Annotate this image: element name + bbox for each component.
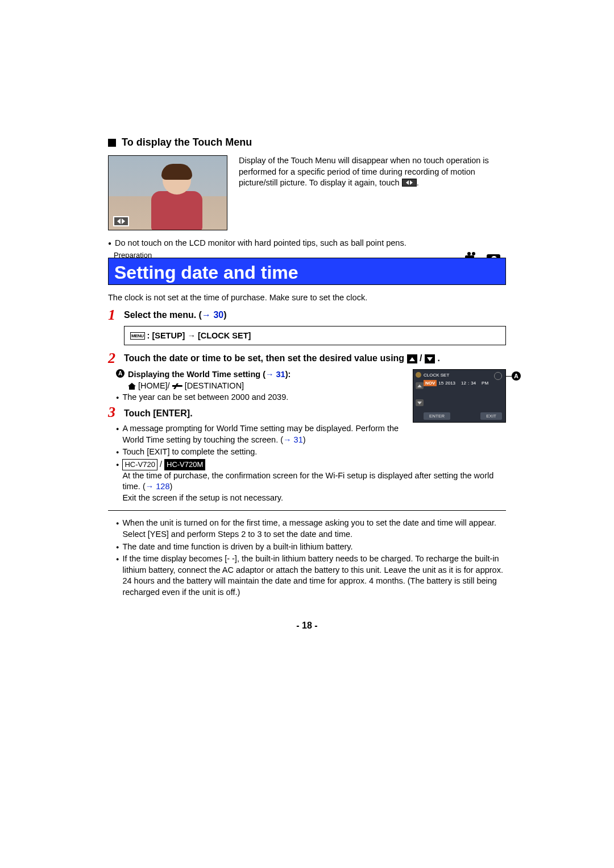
touch-menu-description: Display of the Touch Menu will disappear… (239, 155, 506, 230)
gear-icon (416, 372, 421, 378)
page-ref-31b[interactable]: → 31 (283, 435, 303, 444)
step-2-number: 2 (108, 351, 119, 366)
down-arrow-icon (425, 354, 435, 363)
home-icon (128, 383, 136, 390)
touch-menu-handle-inline-icon (402, 179, 417, 187)
chapter-title: Setting date and time (114, 262, 500, 283)
step-3-number: 3 (108, 405, 119, 420)
screen-title: CLOCK SET (424, 373, 449, 378)
callout-a-marker: A (512, 371, 521, 381)
page-ref-30[interactable]: → 30 (202, 310, 223, 320)
menu-badge: MENU (130, 332, 145, 340)
screen-down-arrow (416, 399, 424, 406)
heading-text: To display the Touch Menu (122, 137, 252, 148)
model-badge-1: HC-V720 (122, 459, 157, 470)
lcd-warning: Do not touch on the LCD monitor with har… (108, 238, 506, 247)
up-arrow-icon (407, 354, 417, 363)
options-ring-icon (494, 372, 502, 380)
step-1-number: 1 (108, 308, 119, 323)
step-3-text: Touch [ENTER]. (124, 405, 193, 420)
year-range-note: The year can be set between 2000 and 203… (116, 392, 404, 403)
screen-up-arrow (416, 382, 424, 389)
touch-menu-handle-icon (113, 216, 129, 226)
model-wifi-note: HC-V720 / HC-V720M At the time of purcha… (116, 459, 506, 504)
page-number: - 18 - (108, 621, 506, 631)
model-badge-2: HC-V720M (164, 459, 205, 470)
exit-note: Touch [EXIT] to complete the setting. (116, 447, 506, 458)
divider (108, 510, 506, 511)
first-boot-note: When the unit is turned on for the first… (116, 518, 506, 540)
step-2: 2 Touch the date or time to be set, then… (108, 351, 506, 366)
step-1-text: Select the menu. (→ 30) (124, 308, 227, 323)
page-ref-31a[interactable]: → 31 (265, 370, 285, 379)
square-bullet-icon (108, 139, 116, 147)
callout-line (506, 376, 512, 377)
screen-exit-button: EXIT (480, 412, 502, 420)
battery-driven-note: The date and time function is driven by … (116, 542, 506, 553)
airplane-icon (172, 383, 182, 389)
touch-menu-illustration (108, 155, 227, 230)
page-ref-128[interactable]: → 128 (146, 482, 170, 491)
intro-text: The clock is not set at the time of purc… (108, 293, 506, 302)
clock-set-screenshot: CLOCK SET NOV 15 2013 12 : 34 PM (413, 369, 506, 423)
chapter-header: Setting date and time (108, 258, 506, 285)
callout-a-badge: A (116, 369, 125, 378)
recharge-note: If the time display becomes [- -], the b… (116, 553, 506, 598)
menu-path-box: MENU : [SETUP] → [CLOCK SET] (124, 326, 506, 345)
section-heading: To display the Touch Menu (108, 137, 506, 148)
screen-enter-button: ENTER (424, 412, 450, 420)
step-1: 1 Select the menu. (→ 30) (108, 308, 506, 323)
step-2-text: Touch the date or time to be set, then s… (124, 351, 440, 366)
world-time-prompt-note: A message prompting for World Time setti… (116, 423, 404, 445)
